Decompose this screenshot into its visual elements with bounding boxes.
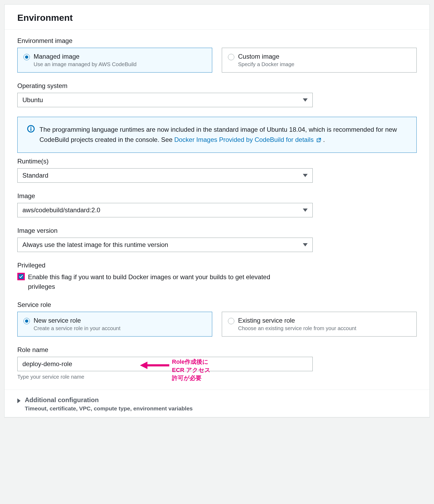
privileged-checkbox[interactable] [17,273,25,280]
service-role-label: Service role [17,301,417,309]
service-role-existing-option[interactable]: Existing service role Choose an existing… [222,312,417,337]
panel-body: Environment image Managed image Use an i… [5,30,429,417]
option-sub: Choose an existing service role from you… [238,325,356,331]
option-title: New service role [34,317,120,324]
svg-point-1 [30,127,31,128]
option-sub: Create a service role in your account [34,325,120,331]
image-version-label: Image version [17,227,417,234]
chevron-down-icon [303,243,308,246]
annotation-text: Role作成後に ECR アクセス 許可が必要 [172,358,211,382]
radio-icon [23,318,30,324]
image-value: aws/codebuild/standard:2.0 [22,206,100,214]
panel-title: Environment [17,13,417,23]
additional-config-title: Additional configuration [25,396,193,404]
role-name-hint: Type your service role name [17,374,417,380]
image-label: Image [17,192,417,200]
env-image-radio-group: Managed image Use an image managed by AW… [17,48,417,73]
env-image-label: Environment image [17,37,417,45]
chevron-right-icon [17,398,21,403]
role-name-input[interactable] [17,357,313,371]
chevron-down-icon [303,209,308,212]
image-version-value: Always use the latest image for this run… [22,241,168,249]
additional-config-sub: Timeout, certificate, VPC, compute type,… [25,405,193,412]
divider [5,390,429,390]
os-value: Ubuntu [22,96,43,104]
service-role-radio-group: New service role Create a service role i… [17,312,417,337]
privileged-text: Enable this flag if you want to build Do… [28,272,284,291]
os-select[interactable]: Ubuntu [17,93,313,107]
docker-images-link[interactable]: Docker Images Provided by CodeBuild for … [174,136,323,143]
chevron-down-icon [303,174,308,177]
panel-header: Environment [5,5,429,30]
radio-icon [228,318,234,324]
service-role-new-option[interactable]: New service role Create a service role i… [17,312,212,337]
option-title: Custom image [238,53,294,60]
option-sub: Specify a Docker image [238,61,294,67]
environment-panel: Environment Environment image Managed im… [4,4,430,417]
os-label: Operating system [17,82,417,90]
additional-config-expander[interactable]: Additional configuration Timeout, certif… [17,396,417,412]
radio-icon [23,54,30,60]
info-alert: The programming language runtimes are no… [17,117,417,153]
info-icon [27,125,35,133]
runtime-value: Standard [22,172,48,179]
privileged-label: Privileged [17,262,417,269]
runtime-label: Runtime(s) [17,158,417,165]
image-select[interactable]: aws/codebuild/standard:2.0 [17,203,313,217]
role-name-label: Role name [17,346,417,354]
option-sub: Use an image managed by AWS CodeBuild [34,61,136,67]
external-link-icon [316,138,321,142]
chevron-down-icon [303,98,308,102]
option-title: Existing service role [238,317,356,324]
env-image-custom-option[interactable]: Custom image Specify a Docker image [222,48,417,73]
env-image-managed-option[interactable]: Managed image Use an image managed by AW… [17,48,212,73]
radio-icon [228,54,234,60]
runtime-select[interactable]: Standard [17,168,313,183]
info-text: The programming language runtimes are no… [39,125,407,145]
image-version-select[interactable]: Always use the latest image for this run… [17,238,313,252]
option-title: Managed image [34,53,136,60]
svg-rect-2 [30,128,31,131]
